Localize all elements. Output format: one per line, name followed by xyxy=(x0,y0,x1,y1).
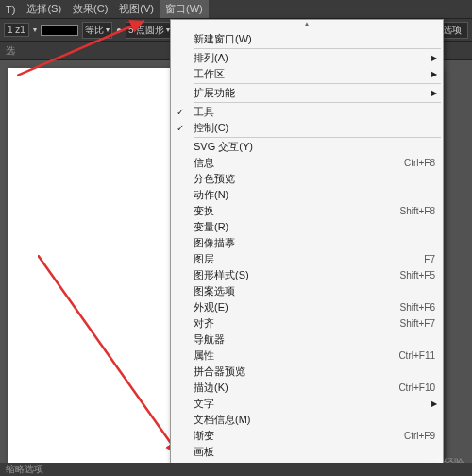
menu-item[interactable]: 图像描摹 xyxy=(171,235,443,251)
menu-item-label: 动作(N) xyxy=(194,188,435,202)
menu-item-label: 变量(R) xyxy=(194,220,435,234)
submenu-arrow-icon: ▶ xyxy=(431,89,437,97)
menu-item[interactable]: ✓工具 xyxy=(171,104,443,120)
menu-item[interactable]: 导航器 xyxy=(171,332,443,348)
menu-item-label: 图层 xyxy=(194,252,424,266)
menu-item[interactable]: 图形样式(S)Shift+F5 xyxy=(171,267,443,283)
menu-item-label: 拼合器预览 xyxy=(194,365,435,379)
menu-shortcut: Ctrl+F10 xyxy=(398,382,435,393)
menu-select[interactable]: 选择(S) xyxy=(21,0,67,18)
menu-item[interactable]: 排列(A)▶ xyxy=(171,50,443,66)
subbar-label: 选 xyxy=(6,44,15,58)
menu-view[interactable]: 视图(V) xyxy=(113,0,160,18)
menu-item-label: 属性 xyxy=(194,348,398,363)
menu-item[interactable]: 变量(R) xyxy=(171,219,443,235)
menu-item-label: 排列(A) xyxy=(194,51,435,65)
menu-item[interactable]: 分色预览 xyxy=(171,171,443,187)
menu-item[interactable]: 文字▶ xyxy=(171,396,443,412)
menu-item[interactable]: 拼合器预览 xyxy=(171,364,443,380)
bottombar: 缩略选项 xyxy=(0,463,472,476)
menu-effect[interactable]: 效果(C) xyxy=(67,0,113,18)
stroke-preview[interactable] xyxy=(41,25,78,36)
menu-separator xyxy=(194,137,441,138)
menu-shortcut: Ctrl+F8 xyxy=(404,158,435,168)
menu-item-label: 画板 xyxy=(194,445,435,459)
menu-item-label: 对齐 xyxy=(194,316,399,331)
menu-item-label: 扩展功能 xyxy=(194,86,435,100)
submenu-arrow-icon: ▶ xyxy=(431,400,437,408)
menu-separator xyxy=(194,48,441,49)
menu-item-label: 工作区 xyxy=(194,67,435,81)
menu-item-label: 渐变 xyxy=(194,429,404,443)
menu-item[interactable]: 新建窗口(W) xyxy=(171,31,443,47)
window-menu-dropdown: ▲ 新建窗口(W)排列(A)▶工作区▶扩展功能▶✓工具✓控制(C)SVG 交互(… xyxy=(170,19,444,476)
chevron-down-icon[interactable]: ▾ xyxy=(33,26,37,34)
menu-item[interactable]: 外观(E)Shift+F6 xyxy=(171,299,443,315)
menu-item-label: 分色预览 xyxy=(194,172,435,186)
menu-item-label: 文档信息(M) xyxy=(194,413,435,427)
menu-separator xyxy=(194,102,441,103)
check-icon: ✓ xyxy=(177,107,184,117)
check-icon: ✓ xyxy=(177,123,184,133)
dot-icon: ● xyxy=(116,25,122,35)
menu-item-label: 外观(E) xyxy=(194,300,399,314)
menubar: T) 选择(S) 效果(C) 视图(V) 窗口(W) xyxy=(0,0,472,19)
menu-item-label: 图案选项 xyxy=(194,284,435,298)
menu-item[interactable]: 画板 xyxy=(171,444,443,460)
menu-scroll-up-icon[interactable]: ▲ xyxy=(171,20,443,31)
menu-item[interactable]: 图案选项 xyxy=(171,283,443,299)
menu-item-label: 变换 xyxy=(194,204,399,218)
menu-window[interactable]: 窗口(W) xyxy=(160,0,209,18)
menu-item-label: 图像描摹 xyxy=(194,236,435,250)
menu-item[interactable]: 工作区▶ xyxy=(171,66,443,82)
menu-shortcut: Shift+F6 xyxy=(399,302,435,313)
menu-item[interactable]: 对齐Shift+F7 xyxy=(171,315,443,332)
submenu-arrow-icon: ▶ xyxy=(431,54,437,62)
menu-item-label: 控制(C) xyxy=(194,121,435,135)
bottombar-label: 缩略选项 xyxy=(6,463,43,476)
menu-shortcut: Ctrl+F9 xyxy=(404,431,435,441)
menu-item-label: 工具 xyxy=(194,105,435,119)
menu-shortcut: Shift+F8 xyxy=(399,206,435,216)
stroke-ratio-select[interactable]: 等比▾ xyxy=(82,22,112,39)
menu-item-label: 图形样式(S) xyxy=(194,268,399,282)
menu-item-label: 描边(K) xyxy=(194,381,398,395)
shape-select[interactable]: 5 点圆形▾ xyxy=(126,22,173,39)
menu-item-label: SVG 交互(Y) xyxy=(194,140,435,154)
menu-shortcut: Shift+F5 xyxy=(399,270,435,280)
menu-separator xyxy=(194,83,441,84)
menu-item-label: 导航器 xyxy=(194,332,435,347)
menu-item-label: 新建窗口(W) xyxy=(194,32,435,46)
toolbar-field1[interactable]: 1 z1 xyxy=(4,23,29,37)
menu-shortcut: Shift+F7 xyxy=(399,318,435,329)
submenu-arrow-icon: ▶ xyxy=(431,70,437,78)
menu-item[interactable]: 变换Shift+F8 xyxy=(171,203,443,219)
menu-item[interactable]: SVG 交互(Y) xyxy=(171,139,443,155)
menu-item[interactable]: 渐变Ctrl+F9 xyxy=(171,428,443,444)
menu-item-label: 文字 xyxy=(194,397,435,411)
menu-t[interactable]: T) xyxy=(0,2,21,17)
menu-shortcut: F7 xyxy=(424,254,435,264)
menu-item[interactable]: 描边(K)Ctrl+F10 xyxy=(171,380,443,396)
menu-item[interactable]: 信息Ctrl+F8 xyxy=(171,155,443,171)
menu-item[interactable]: 扩展功能▶ xyxy=(171,85,443,101)
menu-shortcut: Ctrl+F11 xyxy=(398,350,435,361)
menu-item-label: 信息 xyxy=(194,156,404,170)
menu-item[interactable]: 文档信息(M) xyxy=(171,412,443,428)
menu-item[interactable]: ✓控制(C) xyxy=(171,120,443,136)
menu-item[interactable]: 动作(N) xyxy=(171,187,443,203)
menu-item[interactable]: 属性Ctrl+F11 xyxy=(171,348,443,364)
menu-item[interactable]: 图层F7 xyxy=(171,251,443,267)
